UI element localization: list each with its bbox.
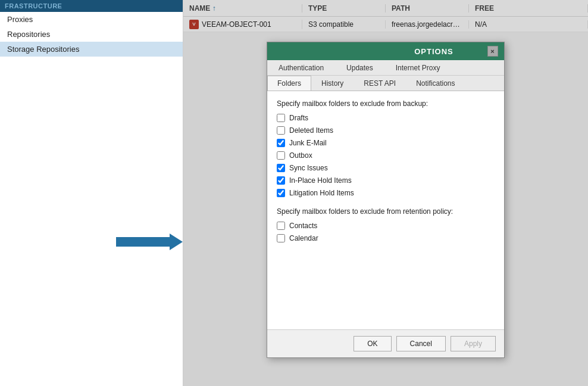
checkbox-deleted-items-input[interactable] (277, 126, 285, 135)
modal-body: Specify mailbox folders to exclude from … (267, 91, 504, 329)
checkbox-sync-issues: Sync Issues (277, 164, 495, 172)
tab-folders[interactable]: Folders (267, 76, 311, 91)
checkbox-calendar: Calendar (277, 234, 495, 242)
checkbox-litigation-hold-input[interactable] (277, 189, 285, 197)
checkbox-sync-issues-input[interactable] (277, 164, 285, 172)
tab-history[interactable]: History (311, 76, 354, 91)
checkbox-deleted-items-label: Deleted Items (289, 126, 333, 135)
section2-label: Specify mailbox folders to exclude from … (277, 207, 495, 216)
tab-rest-api[interactable]: REST API (354, 76, 406, 91)
checkbox-contacts-input[interactable] (277, 222, 285, 230)
checkbox-drafts-label: Drafts (289, 114, 308, 122)
modal-title: OPTIONS (380, 47, 487, 56)
arrow-head (170, 234, 183, 250)
checkbox-junk-email: Junk E-Mail (277, 139, 495, 147)
checkbox-outbox-label: Outbox (289, 151, 312, 160)
tab-notifications[interactable]: Notifications (406, 76, 465, 91)
modal-close-button[interactable]: × (487, 46, 498, 57)
tab-authentication[interactable]: Authentication (267, 60, 335, 75)
checkbox-contacts: Contacts (277, 222, 495, 230)
checkbox-inplace-hold-label: In-Place Hold Items (289, 176, 352, 185)
checkbox-drafts-input[interactable] (277, 114, 285, 122)
checkbox-inplace-hold-input[interactable] (277, 176, 285, 185)
arrow-pointer (116, 234, 183, 250)
arrow-shaft (116, 237, 170, 247)
checkbox-contacts-label: Contacts (289, 222, 317, 230)
checkbox-calendar-input[interactable] (277, 234, 285, 242)
tab-internet-proxy[interactable]: Internet Proxy (384, 60, 452, 75)
tabs-top: Authentication Updates Internet Proxy (267, 60, 504, 76)
checkbox-drafts: Drafts (277, 114, 495, 122)
sidebar-item-repositories[interactable]: Repositories (0, 27, 183, 42)
sidebar-item-proxies[interactable]: Proxies (0, 12, 183, 27)
sidebar-item-storage-repositories[interactable]: Storage Repositories (0, 42, 183, 57)
checkbox-outbox-input[interactable] (277, 151, 285, 160)
apply-button[interactable]: Apply (451, 336, 496, 351)
modal-footer: OK Cancel Apply (267, 329, 504, 357)
checkbox-litigation-hold: Litigation Hold Items (277, 189, 495, 197)
checkbox-deleted-items: Deleted Items (277, 126, 495, 135)
tabs-bottom: Folders History REST API Notifications (267, 76, 504, 91)
cancel-button[interactable]: Cancel (396, 336, 446, 351)
ok-button[interactable]: OK (354, 336, 391, 351)
options-modal: OPTIONS × Authentication Updates Interne… (267, 42, 505, 358)
sidebar-header: FRASTRUCTURE (0, 0, 183, 12)
tab-updates[interactable]: Updates (335, 60, 384, 75)
sidebar: FRASTRUCTURE Proxies Repositories Storag… (0, 0, 183, 386)
checkbox-litigation-hold-label: Litigation Hold Items (289, 189, 354, 197)
main-content: NAME TYPE PATH FREE V VEEAM-OBJECT-001 S… (183, 0, 588, 386)
modal-titlebar: OPTIONS × (267, 42, 504, 60)
modal-overlay: OPTIONS × Authentication Updates Interne… (183, 0, 588, 386)
checkbox-outbox: Outbox (277, 151, 495, 160)
checkbox-junk-email-label: Junk E-Mail (289, 139, 327, 147)
section1-label: Specify mailbox folders to exclude from … (277, 99, 495, 108)
checkbox-calendar-label: Calendar (289, 234, 318, 242)
checkbox-inplace-hold: In-Place Hold Items (277, 176, 495, 185)
checkbox-sync-issues-label: Sync Issues (289, 164, 328, 172)
checkbox-junk-email-input[interactable] (277, 139, 285, 147)
